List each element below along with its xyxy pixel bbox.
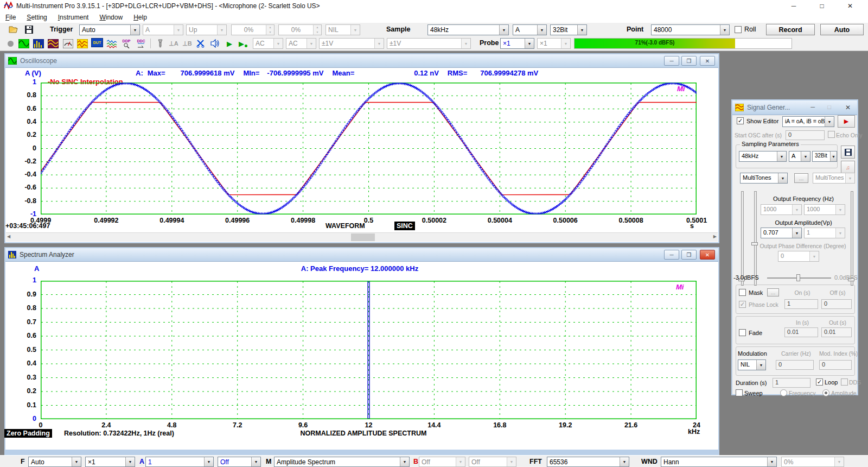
mask-checkbox[interactable]	[739, 289, 746, 296]
open-file-icon[interactable]	[8, 24, 20, 35]
trigger-mode-select[interactable]: Auto▼	[79, 24, 140, 35]
oscilloscope-icon[interactable]	[18, 38, 30, 49]
phase-select[interactable]: 0▼	[778, 251, 819, 262]
close-button[interactable]: ✕	[838, 0, 863, 12]
chan-b-scale-select[interactable]: Off▼	[419, 457, 465, 467]
minimize-button[interactable]: ─	[781, 0, 806, 12]
fade-checkbox[interactable]	[739, 329, 746, 336]
range-b-select[interactable]: ±1V▼	[387, 38, 471, 49]
device-test-plan-icon[interactable]: DUT	[91, 38, 103, 47]
amplitude-slider-a-track[interactable]	[741, 191, 744, 286]
menu-window[interactable]: Window	[94, 14, 128, 21]
siggen-save-button[interactable]	[841, 146, 855, 159]
mask-on-input[interactable]: 1	[784, 299, 818, 309]
modulation-select[interactable]: NIL▼	[738, 359, 766, 370]
calibration-icon[interactable]	[195, 38, 207, 49]
freq-axis-select[interactable]: Auto▼	[28, 457, 81, 467]
maximize-button[interactable]: □	[809, 0, 834, 12]
fade-in-input[interactable]: 0.01	[784, 327, 818, 337]
auto-button[interactable]: Auto	[820, 24, 864, 35]
show-editor-checkbox[interactable]	[737, 117, 744, 124]
trigger-source-select[interactable]: A▼	[143, 24, 183, 35]
waveform-b-select[interactable]: MultiTones▼	[813, 173, 855, 184]
sample-rate-select[interactable]: 48kHz▼	[427, 24, 509, 35]
dds-checkbox[interactable]	[841, 378, 848, 386]
trigger-hpf-select[interactable]: NIL▼	[326, 24, 360, 35]
data-logger-icon[interactable]	[76, 38, 88, 49]
derived-data-curves-icon[interactable]	[106, 38, 118, 49]
close-button[interactable]: ✕	[700, 250, 715, 260]
probe-b-select[interactable]: ×1▼	[537, 38, 571, 49]
chan-b-ref-select[interactable]: Off▼	[469, 457, 516, 467]
points-select[interactable]: 48000▼	[651, 24, 730, 35]
signal-generator-icon[interactable]	[47, 38, 59, 49]
maximize-button[interactable]: □	[827, 104, 831, 110]
siggen-sample-rate-select[interactable]: 48kHz▼	[739, 151, 787, 162]
start-osc-input[interactable]: 0	[786, 130, 825, 140]
sample-channel-select[interactable]: A▼	[513, 24, 547, 35]
mask-off-input[interactable]: 0	[821, 299, 852, 309]
multitones-edit-button[interactable]: ...	[794, 173, 808, 183]
routing-select[interactable]: iA = oA, iB = oB▼	[782, 116, 834, 127]
siggen-channel-select[interactable]: A▼	[789, 151, 810, 162]
freq-mult-select[interactable]: ×1▼	[85, 457, 135, 467]
trigger-edge-select[interactable]: Up▼	[186, 24, 227, 35]
minimize-button[interactable]: ─	[664, 56, 679, 66]
fft-size-select[interactable]: 65536▼	[547, 457, 629, 467]
mask-edit-button[interactable]: ...	[767, 288, 779, 296]
menu-help[interactable]: Help	[128, 14, 152, 21]
spectrum-analyzer-icon[interactable]	[33, 38, 44, 49]
frequency-b-select[interactable]: 1000▼	[804, 204, 845, 215]
minimize-button[interactable]: ─	[810, 104, 815, 110]
amplitude-slider-a2-track[interactable]	[754, 191, 757, 286]
bit-depth-select[interactable]: 32Bit▼	[550, 24, 587, 35]
phase-lock-checkbox[interactable]	[739, 301, 746, 308]
analysis-mode-select[interactable]: Amplitude Spectrum▼	[274, 457, 410, 467]
restore-button[interactable]: ❒	[681, 56, 697, 66]
fade-out-input[interactable]: 0.01	[821, 327, 852, 337]
zero-padding-badge[interactable]: Zero Padding	[4, 429, 52, 438]
close-button[interactable]: ✕	[700, 56, 715, 66]
siggen-run-button[interactable]: ▶	[838, 115, 855, 128]
amplitude-slider-b-track[interactable]	[851, 191, 853, 286]
roll-checkbox[interactable]	[735, 26, 742, 33]
spinner-arrows-icon[interactable]: ▲▼	[266, 25, 274, 35]
speaker-icon[interactable]	[209, 38, 221, 49]
minimize-button[interactable]: ─	[664, 250, 679, 260]
scroll-thumb[interactable]	[351, 234, 375, 241]
dbfs-slider-thumb[interactable]	[796, 274, 800, 281]
coupling-a-select[interactable]: AC▼	[253, 38, 283, 49]
sweep-amplitude-radio[interactable]	[822, 389, 829, 396]
amplitude-a-select[interactable]: 0.707▼	[761, 228, 802, 238]
menu-file[interactable]: File	[0, 14, 21, 21]
siggen-music-button[interactable]: ♫	[841, 161, 855, 174]
sweep-checkbox[interactable]	[736, 389, 743, 396]
menu-setting[interactable]: Setting	[21, 14, 52, 21]
siggen-bit-depth-select[interactable]: 32Bit▼	[812, 151, 837, 162]
run-icon[interactable]: ▶	[224, 38, 235, 49]
trigger-level-spinner[interactable]: 0%▲▼	[231, 24, 275, 35]
window-fn-select[interactable]: Hann▼	[661, 457, 777, 467]
save-icon[interactable]	[23, 24, 35, 35]
ddp-viewer-icon[interactable]: DDP	[120, 38, 132, 49]
menu-instrument[interactable]: Instrument	[53, 14, 94, 21]
duration-input[interactable]: 1	[773, 378, 810, 388]
mod-index-input[interactable]: 0	[819, 360, 852, 370]
waveform-a-select[interactable]: MultiTones▼	[740, 173, 788, 184]
chan-a-scale-select[interactable]: 1▼	[145, 457, 214, 467]
signal-generator-title-bar[interactable]: Signal Gener...	[732, 100, 857, 115]
overlap-select[interactable]: 0%▼	[781, 457, 844, 467]
coupling-b-select[interactable]: AC▼	[286, 38, 316, 49]
carrier-input[interactable]: 0	[776, 360, 814, 370]
chan-a-ref-select[interactable]: Off▼	[218, 457, 261, 467]
scope-hscrollbar[interactable]: ◀ ▶	[6, 232, 718, 242]
scroll-left-icon[interactable]: ◀	[7, 234, 10, 239]
record-button[interactable]: Record	[766, 24, 815, 35]
echo-only-checkbox[interactable]	[828, 131, 835, 138]
loop-checkbox[interactable]	[816, 378, 823, 386]
probe-a-select[interactable]: ×1▼	[500, 38, 534, 49]
spinner-arrows-icon[interactable]: ▲▼	[313, 25, 321, 35]
sweep-frequency-radio[interactable]	[780, 389, 787, 396]
close-button[interactable]: ✕	[845, 104, 851, 111]
ddc-icon[interactable]: DDC	[135, 38, 147, 49]
